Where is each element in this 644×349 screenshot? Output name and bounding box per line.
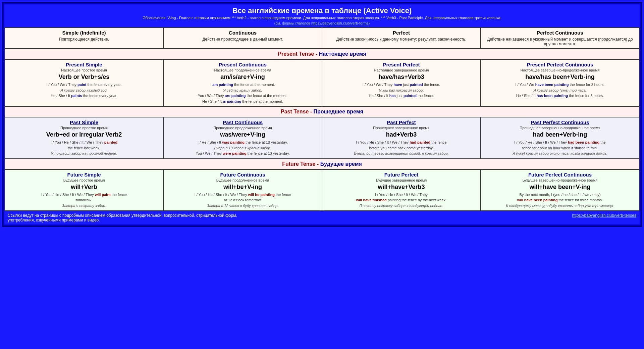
present-tense-header: Present Tense - Настоящее время [5, 49, 639, 59]
page-wrapper: Все английские времена в таблице (Active… [2, 2, 642, 227]
cell-present-perfect: Present Perfect Настоящее завершенное вр… [322, 59, 481, 106]
past-perfect-continuous-formula: had been+Verb-ing [484, 131, 636, 138]
past-perfect-formula: had+Verb3 [325, 131, 478, 138]
future-perfect-continuous-link[interactable]: Future Perfect Continuous [484, 172, 636, 178]
col-perfect-cont-desc: Действие начавшееся в указанный момент и… [484, 37, 636, 46]
col-continuous-desc: Действие происходящее в данный момент. [166, 37, 319, 42]
page-header: Все английские времена в таблице (Active… [4, 4, 640, 27]
ppc-verb2: has been painting [537, 94, 568, 98]
fc-verb1: will be painting [248, 193, 275, 197]
past-tense-header: Past Tense - Прошедшее время [5, 106, 639, 117]
verb-forms-link[interactable]: (см. формы глаголов https://babyenglish.… [274, 21, 370, 25]
col-header-continuous: Continuous Действие происходящее в данны… [163, 28, 322, 49]
header-subtitle: Обозначения: V-ing - Глагол с инговым ок… [6, 16, 638, 20]
present-perfect-link[interactable]: Present Perfect [325, 62, 478, 67]
present-perfect-continuous-ru: Настоящее завершенно-продолженное время [484, 68, 636, 72]
past-row: Past Simple Прошедшее простое время Verb… [5, 117, 639, 159]
pasts-ru1: Я покрасил забор на прошлой неделе. [51, 151, 117, 155]
footer-left-text: Ссылки ведут на страницы с подробным опи… [8, 213, 237, 222]
present-tense-header-row: Present Tense - Настоящее время [5, 49, 639, 59]
future-perfect-link[interactable]: Future Perfect [325, 172, 478, 178]
future-continuous-link[interactable]: Future Continuous [166, 172, 319, 178]
past-simple-ru: Прошедшее простое время [8, 126, 160, 130]
pp-verb1: have [393, 83, 402, 87]
cell-past-perfect: Past Perfect Прошедшее завершенное время… [322, 117, 481, 159]
pastc-ru1: Вчера в 10 часов я красил забор. [214, 146, 271, 150]
pp-ru1: Я как раз покрасил забор. [379, 88, 424, 92]
cell-present-perfect-continuous: Present Perfect Continuous Настоящее зав… [481, 59, 639, 106]
present-perfect-continuous-formula: have/has been+Verb-ing [484, 73, 636, 81]
present-simple-link[interactable]: Present Simple [8, 62, 160, 67]
col-perfect-name: Perfect [325, 30, 478, 36]
col-header-simple: Simple (Indefinite) Повторяющееся действ… [5, 28, 163, 49]
present-perfect-continuous-examples: I / You / We have been painting the fenc… [484, 82, 636, 99]
present-perfect-ru: Настоящее завершенное время [325, 68, 478, 72]
cell-future-simple: Future Simple Будущее простое время will… [5, 169, 163, 211]
present-tense-ru: Настоящее время [319, 51, 366, 57]
pc-verb1: am painting [212, 83, 233, 87]
ps-verb2: paints [71, 94, 82, 98]
pc-verb2: are painting [225, 94, 246, 98]
past-continuous-examples: I / He / She / It was painting the fence… [166, 140, 319, 156]
cell-past-continuous: Past Continuous Прошедшее продолженное в… [163, 117, 322, 159]
present-perfect-continuous-link[interactable]: Present Perfect Continuous [484, 62, 636, 67]
future-row: Future Simple Будущее простое время will… [5, 169, 639, 211]
future-tense-header-row: Future Tense - Будущее время [5, 159, 639, 169]
present-simple-ru: Настоящее простое время [8, 68, 160, 72]
present-row: Present Simple Настоящее простое время V… [5, 59, 639, 106]
pc-verb3: is painting [223, 99, 241, 103]
past-perfect-examples: I / You / He / She / It / We / They had … [325, 140, 478, 156]
pastc-verb2: were painting [223, 151, 247, 155]
footer-link[interactable]: https://babyenglish.club/verb-tenses [572, 213, 636, 218]
past-simple-formula: Verb+ed or irregular Verb2 [8, 131, 160, 138]
present-simple-examples: I / You / We / They paint the fence ever… [8, 82, 160, 99]
col-perfect-cont-name: Perfect Continuous [484, 30, 636, 36]
pc-ru1: Я сейчас крашу забор. [223, 88, 262, 92]
fc-ru1: Завтра в 12 часов я буду красить забор. [207, 204, 279, 208]
past-tense-header-row: Past Tense - Прошедшее время [5, 106, 639, 117]
ppc-verb1: have been painting [535, 83, 569, 87]
fs-verb1: will paint [95, 193, 111, 197]
cell-present-continuous: Present Continuous Настоящее продолженно… [163, 59, 322, 106]
fpc-verb1: will have been painting [517, 198, 557, 202]
present-continuous-link[interactable]: Present Continuous [166, 62, 319, 67]
footer-right: https://babyenglish.club/verb-tenses [572, 213, 636, 218]
present-continuous-ru: Настоящее продолженное время [166, 68, 319, 72]
col-simple-name: Simple (Indefinite) [8, 30, 160, 36]
ps-ru1: Я крашу забор каждый год. [60, 88, 108, 92]
future-perfect-continuous-ru: Будущее завершенно-продолженное время [484, 178, 636, 182]
past-continuous-link[interactable]: Past Continuous [166, 119, 319, 125]
fs-ru1: Завтра я покрашу забор. [62, 204, 106, 208]
col-perfect-desc: Действие закончилось к данному моменту: … [325, 37, 478, 42]
future-perfect-examples: I / You / He / She / It / We / They will… [325, 192, 478, 209]
pp-verb2: painted [410, 83, 423, 87]
past-simple-examples: I / You / He / She / It / We / They pain… [8, 140, 160, 156]
col-simple-desc: Повторяющееся действие. [8, 37, 160, 42]
ps-verb1: paint [77, 83, 86, 87]
pp-verb4: painted [404, 94, 417, 98]
cell-past-perfect-continuous: Past Perfect Continuous Прошедшее заверш… [481, 117, 639, 159]
past-perfect-continuous-link[interactable]: Past Perfect Continuous [484, 119, 636, 125]
future-simple-link[interactable]: Future Simple [8, 172, 160, 178]
future-simple-examples: I / You / He / She / It / We / They will… [8, 192, 160, 209]
past-perfect-continuous-ru: Прошедшее завершенно-продолженное время [484, 126, 636, 130]
past-perfect-ru: Прошедшее завершенное время [325, 126, 478, 130]
fp-ru1: Я закончу покраску забора к следующей не… [359, 204, 443, 208]
past-continuous-ru: Прошедшее продолженное время [166, 126, 319, 130]
pasts-verb1: painted [104, 140, 117, 144]
past-tense-en: Past Tense - [281, 109, 314, 114]
col-continuous-name: Continuous [166, 30, 319, 36]
present-perfect-examples: I / You / We / They have just painted th… [325, 82, 478, 99]
present-continuous-examples: I am painting the fence at the moment. Я… [166, 82, 319, 104]
past-simple-link[interactable]: Past Simple [8, 119, 160, 125]
pastpc-ru1: Я (уже) красил забор около часа, когда н… [513, 151, 607, 155]
past-perfect-link[interactable]: Past Perfect [325, 119, 478, 125]
fpc-ru1: К следующему месяцу, я буду красить забо… [506, 204, 614, 208]
future-continuous-ru: Будущее продолженное время [166, 178, 319, 182]
future-simple-ru: Будущее простое время [8, 178, 160, 182]
future-perfect-ru: Будущее завершенное время [325, 178, 478, 182]
future-tense-ru: Будущее время [320, 161, 362, 167]
future-tense-en: Future Tense - [282, 161, 320, 167]
main-table: Simple (Indefinite) Повторяющееся действ… [4, 27, 640, 211]
pp-verb3: has [389, 94, 396, 98]
